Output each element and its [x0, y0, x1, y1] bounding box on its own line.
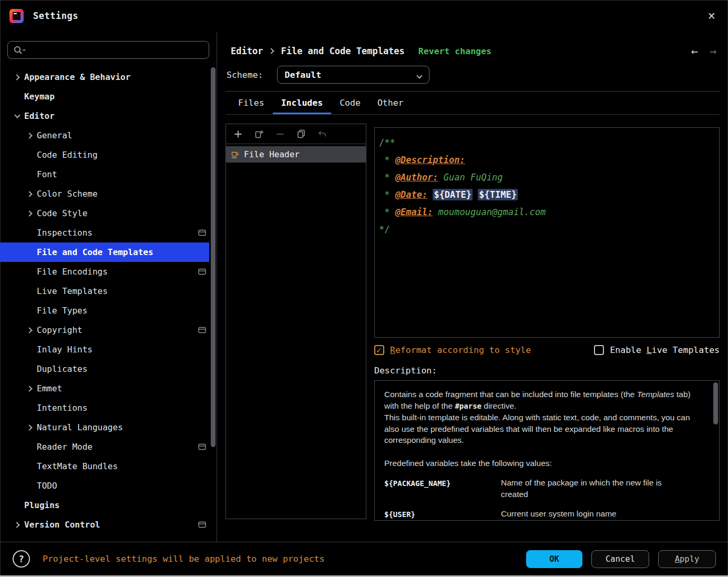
chevron-down-icon — [417, 70, 422, 80]
chevron-right-icon — [11, 515, 24, 534]
breadcrumb-editor[interactable]: Editor — [231, 46, 263, 56]
copy-template-icon[interactable] — [296, 129, 306, 139]
check-icon: ✓ — [376, 345, 382, 355]
add-template-icon[interactable] — [233, 129, 243, 139]
app-icon — [9, 9, 24, 23]
settings-window: Settings × Appearance & Behavior Keym — [0, 0, 728, 577]
sidebar-item-appearance-behavior[interactable]: Appearance & Behavior — [0, 67, 217, 87]
sidebar-item-emmet[interactable]: Emmet — [0, 379, 217, 398]
sidebar-item-code-editing[interactable]: Code Editing — [0, 145, 217, 165]
search-icon — [13, 45, 26, 55]
template-list-toolbar — [226, 124, 366, 144]
code-line: * @Author: Guan FuQing — [379, 169, 715, 186]
variable-description: Name of the package in which the new fil… — [501, 477, 680, 500]
apply-button[interactable]: Apply — [658, 550, 716, 568]
back-arrow-icon[interactable]: ← — [691, 45, 698, 58]
settings-tree: Appearance & Behavior Keymap Editor Gene… — [0, 67, 217, 534]
code-line: * @Email: moumouguan@gmail.com — [379, 204, 715, 221]
code-line: /** — [379, 134, 715, 151]
reformat-label: Reformat according to style — [390, 345, 531, 355]
tab-files[interactable]: Files — [230, 93, 273, 114]
variable-name: ${PACKAGE_NAME} — [384, 477, 501, 500]
code-line: * @Date: ${DATE} ${TIME} — [379, 186, 715, 204]
divider — [225, 91, 720, 92]
sidebar-item-duplicates[interactable]: Duplicates — [0, 359, 217, 379]
window-title: Settings — [33, 11, 78, 21]
sidebar-item-textmate-bundles[interactable]: TextMate Bundles — [0, 457, 217, 476]
template-cup-icon — [230, 150, 240, 159]
sidebar-item-keymap[interactable]: Keymap — [0, 87, 217, 106]
enable-live-templates-label: Enable Live Templates — [610, 345, 720, 355]
description-scrollbar[interactable] — [713, 382, 718, 424]
sidebar-item-todo[interactable]: TODO — [0, 476, 217, 495]
sidebar-item-live-templates[interactable]: Live Templates — [0, 281, 217, 301]
sidebar-item-editor[interactable]: Editor — [0, 106, 217, 126]
description-label: Description: — [374, 366, 720, 376]
code-line: */ — [379, 221, 715, 238]
ide-settings-icon — [198, 229, 206, 236]
chevron-right-icon — [23, 204, 37, 223]
close-icon[interactable]: × — [704, 8, 720, 23]
cancel-button[interactable]: Cancel — [591, 550, 649, 568]
chevron-right-icon — [11, 67, 24, 87]
code-line: * @Description: — [379, 151, 715, 169]
breadcrumb: Editor File and Code Templates Revert ch… — [225, 44, 720, 58]
forward-arrow-icon[interactable]: → — [710, 45, 716, 58]
tab-includes[interactable]: Includes — [273, 93, 331, 114]
revert-template-icon[interactable] — [317, 129, 327, 139]
variables-heading: Predefined variables take the following … — [384, 458, 705, 469]
sidebar-item-code-style[interactable]: Code Style — [0, 204, 217, 223]
settings-main-panel: Editor File and Code Templates Revert ch… — [217, 32, 728, 542]
sidebar-item-intentions[interactable]: Intentions — [0, 398, 217, 418]
scheme-value: Default — [285, 70, 322, 80]
title-bar: Settings × — [0, 0, 728, 32]
sidebar-item-reader-mode[interactable]: Reader Mode — [0, 437, 217, 457]
sidebar-item-version-control[interactable]: Version Control — [0, 515, 217, 534]
template-list-panel: File Header — [225, 124, 366, 519]
sidebar-item-color-scheme[interactable]: Color Scheme — [0, 184, 217, 204]
chevron-right-icon — [23, 126, 37, 145]
reformat-checkbox[interactable]: ✓ — [374, 345, 384, 355]
dialog-footer: ? Project-level settings will be applied… — [0, 542, 728, 575]
sidebar-item-natural-languages[interactable]: Natural Languages — [0, 418, 217, 437]
template-editor[interactable]: /** * @Description: * @Author: Guan FuQi… — [374, 127, 720, 338]
chevron-right-icon — [23, 379, 37, 398]
sidebar-item-general[interactable]: General — [0, 126, 217, 145]
sidebar-item-font[interactable]: Font — [0, 165, 217, 184]
description-paragraph: This built-in template is editable. Alon… — [384, 412, 705, 446]
template-list-item-file-header[interactable]: File Header — [226, 146, 366, 163]
variable-row: ${PACKAGE_NAME} Name of the package in w… — [384, 477, 705, 500]
ok-button[interactable]: OK — [526, 550, 582, 568]
chevron-down-icon — [11, 106, 24, 126]
chevron-right-icon — [23, 320, 37, 340]
chevron-right-icon — [23, 418, 37, 437]
description-paragraph: Contains a code fragment that can be inc… — [384, 389, 705, 412]
enable-live-templates-checkbox[interactable] — [594, 345, 604, 355]
remove-template-icon[interactable] — [275, 129, 285, 139]
sidebar-scrollbar[interactable] — [211, 67, 216, 447]
help-icon[interactable]: ? — [13, 550, 30, 568]
tab-other[interactable]: Other — [369, 93, 412, 114]
sidebar-item-file-and-code-templates[interactable]: File and Code Templates — [0, 242, 209, 262]
tab-code[interactable]: Code — [331, 93, 369, 114]
variable-name: ${USER} — [384, 508, 501, 521]
chevron-right-icon — [23, 184, 37, 204]
sidebar-item-inspections[interactable]: Inspections — [0, 223, 217, 242]
ide-settings-icon — [198, 327, 206, 333]
sidebar-item-inlay-hints[interactable]: Inlay Hints — [0, 340, 217, 359]
breadcrumb-current: File and Code Templates — [281, 46, 404, 56]
sidebar-item-file-types[interactable]: File Types — [0, 301, 217, 320]
ide-settings-icon — [198, 443, 206, 450]
revert-changes-link[interactable]: Revert changes — [418, 46, 491, 56]
template-tabs: Files Includes Code Other — [225, 93, 720, 115]
variable-row: ${USER} Current user system login name — [384, 508, 705, 521]
template-item-label: File Header — [244, 149, 300, 159]
search-input[interactable] — [7, 41, 209, 59]
duplicate-template-icon[interactable] — [254, 129, 264, 139]
sidebar-item-copyright[interactable]: Copyright — [0, 320, 217, 340]
chevron-right-icon — [270, 49, 273, 53]
ide-settings-icon — [198, 268, 206, 275]
sidebar-item-file-encodings[interactable]: File Encodings — [0, 262, 217, 281]
sidebar-item-plugins[interactable]: Plugins — [0, 495, 217, 515]
scheme-dropdown[interactable]: Default — [277, 66, 429, 84]
